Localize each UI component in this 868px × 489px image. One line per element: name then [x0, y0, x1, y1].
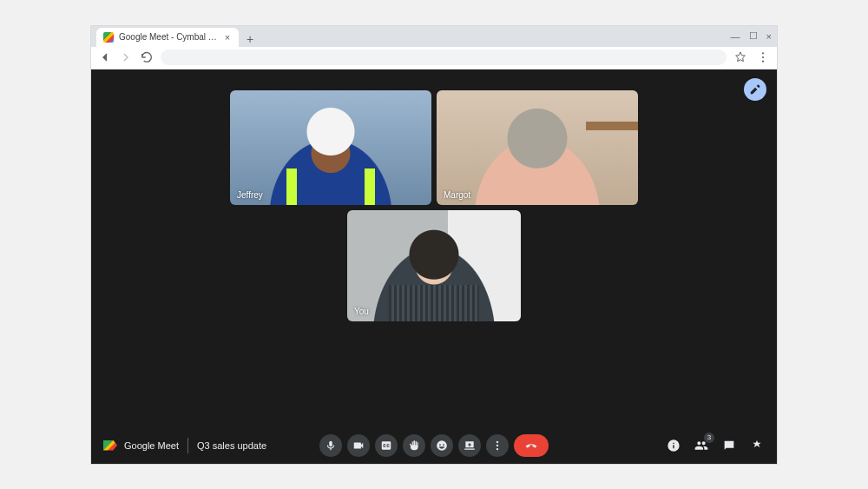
brand-label: Google Meet: [124, 440, 179, 451]
participant-tile-you[interactable]: You: [347, 210, 521, 321]
camera-button[interactable]: [347, 434, 370, 457]
maximize-icon[interactable]: ☐: [749, 30, 758, 42]
close-window-icon[interactable]: ×: [766, 31, 772, 42]
reload-icon[interactable]: [140, 50, 154, 64]
participant-name: Jeffrey: [237, 190, 263, 200]
meeting-name: Q3 sales update: [197, 440, 266, 451]
svg-point-4: [496, 444, 498, 446]
bookmark-star-icon[interactable]: [733, 50, 747, 64]
meet-logo-icon: [103, 440, 117, 451]
meet-brand: Google Meet: [103, 440, 179, 451]
browser-tab[interactable]: Google Meet - Cymbal intro ×: [96, 28, 239, 47]
close-tab-icon[interactable]: ×: [223, 33, 232, 42]
effects-button[interactable]: [744, 78, 766, 101]
mic-button[interactable]: [319, 434, 342, 457]
chat-button[interactable]: [721, 438, 737, 453]
participant-count-badge: 3: [704, 433, 714, 443]
participant-name: Margot: [444, 190, 470, 200]
activities-button[interactable]: [749, 438, 765, 453]
browser-menu-icon[interactable]: [756, 50, 770, 64]
back-icon[interactable]: [98, 50, 112, 64]
captions-button[interactable]: [375, 434, 398, 457]
meet-favicon: [103, 32, 114, 43]
video-grid: Jeffrey Margot You: [91, 69, 777, 427]
new-tab-button[interactable]: +: [242, 31, 258, 47]
browser-toolbar: [91, 47, 777, 69]
tab-strip: Google Meet - Cymbal intro × + — ☐ ×: [91, 26, 777, 47]
call-controls: [319, 434, 549, 457]
raise-hand-button[interactable]: [403, 434, 425, 457]
participant-name: You: [354, 307, 369, 316]
meet-app: Jeffrey Margot You Google Meet Q3 sales …: [91, 69, 777, 464]
svg-point-0: [762, 52, 764, 54]
address-bar[interactable]: [161, 50, 727, 65]
people-button[interactable]: 3: [694, 438, 709, 453]
end-call-button[interactable]: [514, 434, 549, 457]
svg-point-5: [496, 447, 498, 449]
window-controls: — ☐ ×: [731, 26, 772, 47]
browser-window: Google Meet - Cymbal intro × + — ☐ ×: [91, 26, 777, 464]
participant-tile-jeffrey[interactable]: Jeffrey: [230, 90, 431, 205]
meet-right-controls: 3: [666, 438, 765, 453]
participant-tile-margot[interactable]: Margot: [437, 90, 638, 205]
svg-point-1: [762, 56, 764, 58]
more-options-button[interactable]: [486, 434, 509, 457]
reactions-button[interactable]: [431, 434, 453, 457]
forward-icon: [119, 50, 133, 64]
tab-title: Google Meet - Cymbal intro: [119, 32, 218, 42]
svg-point-3: [496, 440, 498, 442]
divider: [187, 438, 188, 453]
present-button[interactable]: [458, 434, 481, 457]
meeting-details-button[interactable]: [666, 438, 681, 453]
meet-bottom-bar: Google Meet Q3 sales update: [91, 427, 777, 464]
svg-point-2: [762, 61, 764, 63]
minimize-icon[interactable]: —: [731, 31, 740, 42]
